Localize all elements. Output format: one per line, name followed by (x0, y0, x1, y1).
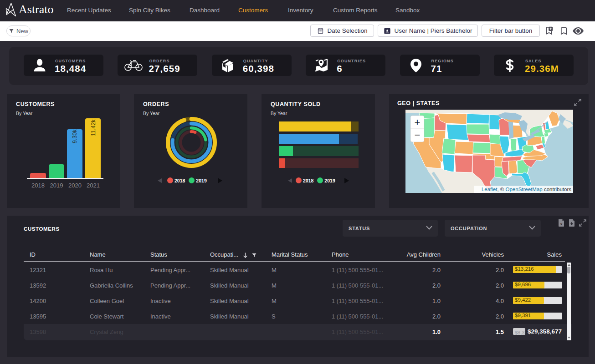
svg-text:+: + (415, 116, 421, 128)
svg-text:​Leaflet, © OpenStreetMap cont: ​Leaflet, © OpenStreetMap contributors (482, 187, 571, 192)
svg-text:x: x (560, 222, 563, 226)
svg-text:−: − (415, 129, 421, 141)
